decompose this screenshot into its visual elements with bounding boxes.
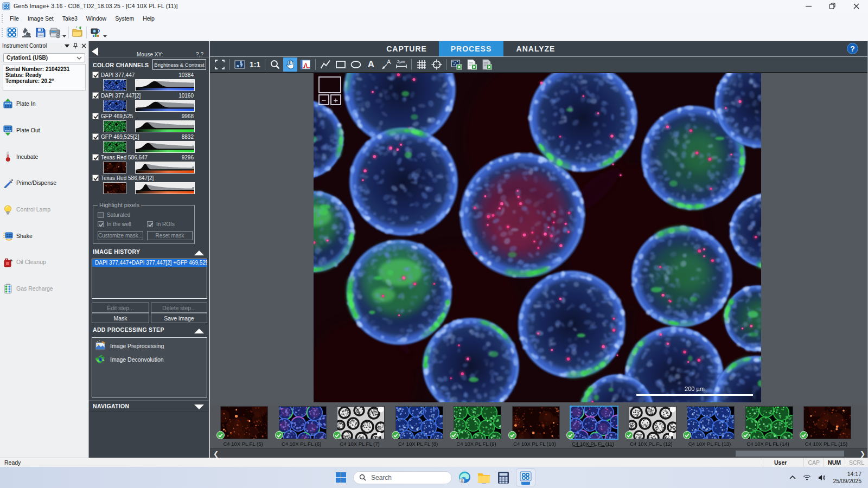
menu-system[interactable]: System (111, 14, 138, 23)
instrument-action-prime-dispense[interactable]: Prime/Dispense (0, 170, 88, 196)
tab-analyze[interactable]: ANALYZE (503, 41, 568, 56)
image-history-entry[interactable]: DAPI 377,447+DAPI 377,447[2] +GFP 469,52… (92, 259, 207, 267)
channel-thumbnail[interactable] (103, 182, 126, 194)
filmstrip-thumbnail[interactable] (396, 407, 443, 439)
zoom-out-button[interactable]: − (318, 94, 329, 105)
filmstrip-thumbnail[interactable] (279, 407, 326, 439)
scrollbar-thumb[interactable] (736, 451, 844, 457)
zoom-icon[interactable] (268, 57, 282, 72)
menu-take3[interactable]: Take3 (58, 14, 82, 23)
pin-icon[interactable] (73, 43, 78, 49)
crosshair-icon[interactable] (430, 57, 444, 72)
processing-step-deconvolution[interactable]: Image Deconvolution (95, 354, 207, 365)
channel-checkbox[interactable] (92, 133, 99, 140)
histogram-icon[interactable] (298, 57, 312, 72)
in-rois-checkbox[interactable] (147, 221, 153, 227)
menu-help[interactable]: Help (138, 14, 159, 23)
scroll-left-icon[interactable]: ❮ (213, 450, 219, 458)
instrument-action-gas-recharge[interactable]: Gas Recharge (0, 275, 88, 302)
instrument-action-shake[interactable]: Shake (0, 222, 88, 249)
arrow-annotation-icon[interactable]: A (379, 57, 393, 72)
instrument-selector[interactable]: Cytation1 (USB) (3, 53, 85, 62)
filmstrip-thumbnail[interactable] (804, 407, 851, 439)
one-to-one-icon[interactable]: 1:1 (248, 57, 262, 72)
channel-checkbox[interactable] (92, 154, 99, 160)
customize-mask-button[interactable]: Customize mask... (98, 231, 143, 240)
toolbar-dropdown-icon[interactable] (62, 26, 67, 40)
plate-layout-icon[interactable] (5, 26, 20, 40)
fullscreen-icon[interactable] (213, 57, 227, 72)
delete-step--button[interactable]: Delete step... (151, 303, 207, 313)
filmstrip-thumbnail[interactable] (221, 407, 267, 439)
panel-menu-icon[interactable] (65, 44, 69, 48)
panel-close-icon[interactable] (81, 43, 86, 48)
wifi-icon[interactable] (803, 474, 811, 480)
image-history-list[interactable]: DAPI 377,447+DAPI 377,447[2] +GFP 469,52… (92, 259, 207, 299)
grid-icon[interactable] (414, 57, 429, 72)
reader-control-icon[interactable] (48, 26, 62, 40)
calculator-app-icon[interactable] (496, 471, 510, 485)
filmstrip-scrollbar[interactable]: ❮ ❯ (210, 448, 867, 458)
minimize-button[interactable] (796, 0, 820, 12)
channel-histogram[interactable] (135, 141, 195, 153)
microscopy-image[interactable]: − + 200 µm (314, 73, 761, 402)
instrument-action-control-lamp[interactable]: Control Lamp (0, 196, 88, 223)
ruler-icon[interactable]: 2µm (394, 57, 409, 72)
pan-hand-icon[interactable] (283, 57, 297, 72)
filmstrip-thumbnail[interactable] (337, 407, 384, 439)
expand-navigation-icon[interactable] (194, 404, 204, 409)
channel-thumbnail[interactable] (103, 120, 126, 132)
processing-step-preprocessing[interactable]: Image Preprocessing (95, 341, 207, 351)
edge-browser-icon[interactable] (457, 471, 471, 485)
navigator-overlay[interactable] (318, 76, 341, 93)
toolbar-dropdown2-icon[interactable] (103, 26, 107, 40)
edit-step--button[interactable]: Edit step... (92, 303, 149, 313)
image-thumbnail-icon[interactable] (233, 57, 247, 72)
reset-mask-button[interactable]: Reset mask (147, 231, 193, 240)
open-export-icon[interactable] (71, 26, 85, 40)
ellipse-tool-icon[interactable] (349, 57, 363, 72)
filmstrip-thumbnail[interactable] (629, 407, 676, 439)
channel-checkbox[interactable] (92, 72, 99, 78)
filmstrip-thumbnail[interactable] (746, 407, 793, 439)
zoom-in-button[interactable]: + (330, 94, 341, 105)
start-button[interactable] (334, 471, 348, 485)
scroll-right-icon[interactable]: ❯ (860, 450, 865, 458)
brightness-contrast-button[interactable]: Brightness & Contrast (152, 59, 206, 70)
channel-thumbnail[interactable] (103, 162, 126, 174)
menu-image-set[interactable]: Image Set (23, 14, 58, 23)
channel-checkbox[interactable] (92, 92, 99, 99)
instrument-action-plate-out[interactable]: Plate Out (0, 117, 88, 144)
channel-histogram[interactable] (135, 79, 195, 91)
instrument-action-incubate[interactable]: Incubate (0, 143, 88, 170)
image-capture-icon[interactable] (88, 26, 103, 40)
tab-capture[interactable]: CAPTURE (374, 41, 439, 56)
channel-histogram[interactable] (135, 120, 195, 132)
channel-histogram[interactable] (135, 100, 195, 112)
channel-checkbox[interactable] (92, 113, 99, 119)
mask-button[interactable]: Mask (92, 313, 149, 323)
tab-process[interactable]: PROCESS (439, 41, 503, 56)
channel-thumbnail[interactable] (103, 141, 126, 153)
filmstrip-thumbnail[interactable] (571, 407, 617, 439)
channel-thumbnail[interactable] (103, 79, 126, 91)
filmstrip-thumbnail[interactable] (513, 407, 559, 439)
collapse-add-processing-icon[interactable] (194, 329, 204, 333)
line-tool-icon[interactable] (318, 57, 333, 72)
tray-chevron-icon[interactable] (789, 476, 796, 479)
speaker-icon[interactable] (818, 474, 826, 481)
file-explorer-icon[interactable] (477, 471, 491, 485)
save-image-button[interactable]: Save image (151, 313, 207, 323)
export-image-to-excel-icon[interactable] (450, 57, 464, 72)
channel-thumbnail[interactable] (103, 100, 126, 112)
save-icon[interactable] (34, 26, 48, 40)
saturated-checkbox[interactable] (98, 212, 104, 218)
text-tool-icon[interactable]: A (364, 57, 378, 72)
menu-file[interactable]: File (5, 14, 23, 23)
help-button[interactable]: ? (847, 43, 858, 54)
channel-histogram[interactable] (135, 162, 195, 174)
collapse-image-history-icon[interactable] (194, 251, 204, 255)
microscope-icon[interactable] (20, 26, 34, 40)
maximize-button[interactable] (820, 0, 844, 12)
menu-window[interactable]: Window (82, 14, 111, 23)
